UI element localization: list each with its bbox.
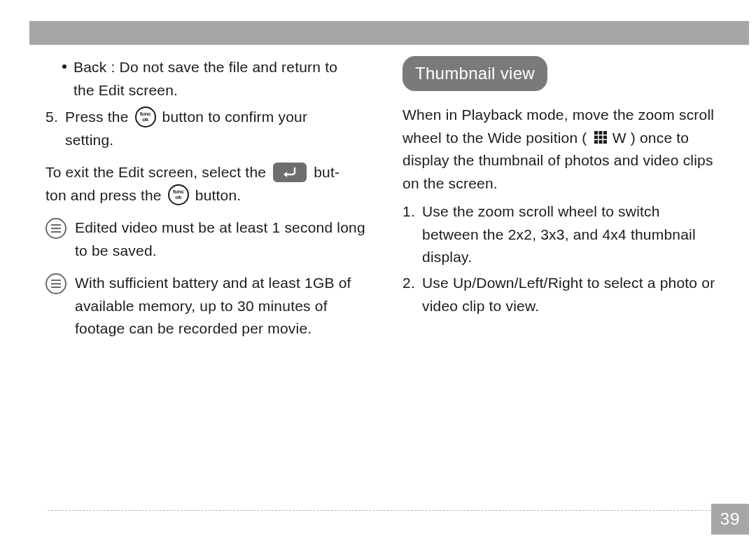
- left-column: Back : Do not save the file and return t…: [46, 56, 374, 501]
- svg-rect-6: [594, 140, 598, 144]
- return-icon: [273, 163, 307, 182]
- s1sizes: 2x2, 3x3: [508, 226, 565, 242]
- s1b: between the: [422, 226, 508, 242]
- back-rest-1: Do not save the file and return to: [120, 59, 338, 75]
- thumbnail-grid-icon: [594, 131, 607, 144]
- note-icon: [46, 218, 66, 239]
- s1and: , and: [565, 226, 603, 242]
- step-5: 5. Press the funcok button to confirm yo…: [46, 106, 374, 151]
- intro-w: W: [612, 130, 626, 146]
- s1a: Use the zoom scroll wheel to switch: [422, 203, 660, 219]
- exit-d: button.: [191, 187, 241, 203]
- intro-mode: Playback mode, move the zoom: [461, 106, 674, 123]
- note-2: With sufficient battery and at least 1GB…: [46, 272, 374, 341]
- intro-a: When in: [402, 106, 461, 123]
- back-rest-2: the Edit screen.: [74, 79, 337, 102]
- svg-rect-1: [598, 131, 602, 135]
- thumb-step-1-num: 1.: [402, 200, 422, 224]
- svg-rect-3: [594, 136, 598, 139]
- content-columns: Back : Do not save the file and return t…: [46, 56, 732, 501]
- thumb-step-2-text: Use Up/Down/Left/Right to select a photo…: [422, 272, 732, 317]
- svg-rect-8: [603, 140, 607, 144]
- step-5-number: 5.: [46, 106, 65, 129]
- svg-rect-7: [598, 140, 602, 144]
- exit-c: ton and press the: [46, 187, 166, 203]
- right-column: Thumbnail view When in Playback mode, mo…: [402, 56, 732, 501]
- thumb-step-1: 1. Use the zoom scroll wheel to switch b…: [402, 200, 732, 269]
- footer-divider: [48, 510, 732, 511]
- svg-rect-5: [603, 136, 607, 139]
- svg-rect-2: [603, 131, 607, 135]
- thumbnail-intro: When in Playback mode, move the zoom scr…: [402, 104, 732, 195]
- exit-instruction: To exit the Edit screen, select the but-…: [46, 161, 374, 207]
- func-ok-icon: funcok: [135, 106, 156, 128]
- section-title: Thumbnail view: [402, 56, 547, 91]
- exit-a: To exit the Edit screen, select the: [46, 164, 270, 180]
- note-icon: [46, 273, 66, 294]
- s2a: Use: [422, 275, 453, 291]
- s1last: 4x4: [602, 226, 626, 242]
- page-number: 39: [711, 504, 749, 535]
- back-sep: :: [107, 59, 120, 75]
- manual-page: Back : Do not save the file and return t…: [0, 0, 756, 550]
- thumb-step-2-num: 2.: [402, 272, 422, 295]
- step-5-text: Press the funcok button to confirm your …: [65, 106, 307, 151]
- note-1-text: Edited video must be at least 1 second l…: [75, 216, 374, 262]
- exit-b: but-: [309, 164, 340, 180]
- bullet-back: Back : Do not save the file and return t…: [46, 56, 374, 102]
- note-1: Edited video must be at least 1 second l…: [46, 216, 374, 262]
- step5-a: Press the: [65, 109, 133, 125]
- svg-rect-4: [598, 136, 602, 139]
- thumb-step-1-text: Use the zoom scroll wheel to switch betw…: [422, 200, 732, 269]
- bullet-back-text: Back : Do not save the file and return t…: [74, 56, 337, 102]
- back-label: Back: [74, 59, 107, 75]
- note-2-text: With sufficient battery and at least 1GB…: [75, 272, 374, 341]
- svg-rect-0: [594, 131, 598, 135]
- thumb-step-2: 2. Use Up/Down/Left/Right to select a ph…: [402, 272, 732, 317]
- header-bar: [29, 21, 749, 45]
- s2dirs: Up/Down/Left/Right: [453, 275, 583, 291]
- bullet-icon: [62, 64, 66, 69]
- step5-b: button to confirm your: [158, 109, 308, 125]
- step5-c: setting.: [65, 129, 307, 152]
- func-ok-icon: funcok: [168, 184, 189, 205]
- section-heading-row: Thumbnail view: [402, 56, 732, 104]
